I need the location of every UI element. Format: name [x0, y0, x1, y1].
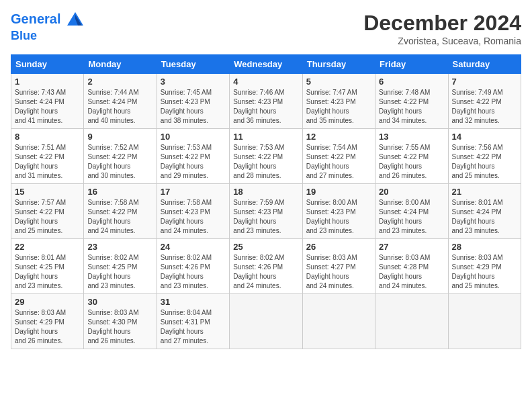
calendar-cell: 26 Sunrise: 8:03 AM Sunset: 4:27 PM Dayl…	[302, 239, 375, 294]
day-info: Sunrise: 7:55 AM Sunset: 4:22 PM Dayligh…	[379, 143, 444, 181]
day-info: Sunrise: 7:48 AM Sunset: 4:22 PM Dayligh…	[379, 88, 444, 126]
day-number: 30	[87, 297, 152, 307]
day-info: Sunrise: 8:03 AM Sunset: 4:29 PM Dayligh…	[15, 308, 80, 346]
calendar-cell: 10 Sunrise: 7:53 AM Sunset: 4:22 PM Dayl…	[157, 129, 229, 184]
calendar-cell	[375, 294, 448, 349]
calendar-cell	[448, 294, 521, 349]
day-number: 23	[87, 242, 152, 252]
day-number: 19	[306, 187, 371, 197]
calendar-cell: 18 Sunrise: 7:59 AM Sunset: 4:23 PM Dayl…	[230, 184, 302, 239]
day-number: 22	[15, 242, 80, 252]
day-number: 10	[161, 132, 226, 142]
day-info: Sunrise: 7:43 AM Sunset: 4:24 PM Dayligh…	[15, 88, 80, 126]
weekday-sunday: Sunday	[11, 55, 84, 74]
calendar-cell: 23 Sunrise: 8:02 AM Sunset: 4:25 PM Dayl…	[84, 239, 157, 294]
day-number: 29	[15, 297, 80, 307]
calendar-cell: 24 Sunrise: 8:02 AM Sunset: 4:26 PM Dayl…	[157, 239, 229, 294]
calendar-cell: 12 Sunrise: 7:54 AM Sunset: 4:22 PM Dayl…	[302, 129, 375, 184]
logo-text: General	[11, 11, 85, 30]
day-info: Sunrise: 7:57 AM Sunset: 4:22 PM Dayligh…	[15, 198, 80, 236]
day-number: 9	[87, 132, 152, 142]
calendar-table: SundayMondayTuesdayWednesdayThursdayFrid…	[11, 54, 521, 349]
day-number: 27	[379, 242, 444, 252]
calendar-cell: 21 Sunrise: 8:01 AM Sunset: 4:24 PM Dayl…	[448, 184, 521, 239]
day-number: 8	[15, 132, 80, 142]
day-number: 25	[233, 242, 298, 252]
calendar-cell: 1 Sunrise: 7:43 AM Sunset: 4:24 PM Dayli…	[11, 74, 84, 129]
day-info: Sunrise: 7:53 AM Sunset: 4:22 PM Dayligh…	[161, 143, 226, 181]
week-row-5: 29 Sunrise: 8:03 AM Sunset: 4:29 PM Dayl…	[11, 294, 521, 349]
title-area: December 2024 Zvoristea, Suceava, Romani…	[363, 11, 521, 46]
calendar-cell: 7 Sunrise: 7:49 AM Sunset: 4:22 PM Dayli…	[448, 74, 521, 129]
day-info: Sunrise: 7:56 AM Sunset: 4:22 PM Dayligh…	[452, 143, 517, 181]
calendar-cell: 29 Sunrise: 8:03 AM Sunset: 4:29 PM Dayl…	[11, 294, 84, 349]
day-number: 14	[452, 132, 517, 142]
day-info: Sunrise: 8:02 AM Sunset: 4:26 PM Dayligh…	[233, 253, 298, 291]
calendar-cell: 27 Sunrise: 8:03 AM Sunset: 4:28 PM Dayl…	[375, 239, 448, 294]
day-info: Sunrise: 7:45 AM Sunset: 4:23 PM Dayligh…	[161, 88, 226, 126]
day-number: 15	[15, 187, 80, 197]
weekday-header-row: SundayMondayTuesdayWednesdayThursdayFrid…	[11, 55, 521, 74]
day-info: Sunrise: 8:03 AM Sunset: 4:30 PM Dayligh…	[87, 308, 152, 346]
calendar-cell: 8 Sunrise: 7:51 AM Sunset: 4:22 PM Dayli…	[11, 129, 84, 184]
calendar-cell	[230, 294, 302, 349]
day-number: 12	[306, 132, 371, 142]
day-info: Sunrise: 7:59 AM Sunset: 4:23 PM Dayligh…	[233, 198, 298, 236]
calendar-cell: 19 Sunrise: 8:00 AM Sunset: 4:23 PM Dayl…	[302, 184, 375, 239]
day-info: Sunrise: 7:51 AM Sunset: 4:22 PM Dayligh…	[15, 143, 80, 181]
day-info: Sunrise: 7:58 AM Sunset: 4:22 PM Dayligh…	[87, 198, 152, 236]
day-info: Sunrise: 7:47 AM Sunset: 4:23 PM Dayligh…	[306, 88, 371, 126]
day-number: 1	[15, 77, 80, 87]
calendar-cell: 3 Sunrise: 7:45 AM Sunset: 4:23 PM Dayli…	[157, 74, 229, 129]
day-number: 16	[87, 187, 152, 197]
day-info: Sunrise: 8:01 AM Sunset: 4:25 PM Dayligh…	[15, 253, 80, 291]
day-info: Sunrise: 7:58 AM Sunset: 4:23 PM Dayligh…	[161, 198, 226, 236]
day-info: Sunrise: 8:03 AM Sunset: 4:28 PM Dayligh…	[379, 253, 444, 291]
day-info: Sunrise: 7:49 AM Sunset: 4:22 PM Dayligh…	[452, 88, 517, 126]
day-number: 21	[452, 187, 517, 197]
logo: General Blue	[11, 11, 85, 43]
day-number: 2	[87, 77, 152, 87]
day-info: Sunrise: 7:53 AM Sunset: 4:22 PM Dayligh…	[233, 143, 298, 181]
day-number: 17	[161, 187, 226, 197]
day-number: 11	[233, 132, 298, 142]
day-info: Sunrise: 8:02 AM Sunset: 4:25 PM Dayligh…	[87, 253, 152, 291]
weekday-monday: Monday	[84, 55, 157, 74]
calendar-cell: 25 Sunrise: 8:02 AM Sunset: 4:26 PM Dayl…	[230, 239, 302, 294]
day-number: 6	[379, 77, 444, 87]
day-number: 28	[452, 242, 517, 252]
day-number: 7	[452, 77, 517, 87]
calendar-cell: 30 Sunrise: 8:03 AM Sunset: 4:30 PM Dayl…	[84, 294, 157, 349]
day-info: Sunrise: 8:03 AM Sunset: 4:27 PM Dayligh…	[306, 253, 371, 291]
day-number: 31	[161, 297, 226, 307]
day-number: 18	[233, 187, 298, 197]
day-number: 26	[306, 242, 371, 252]
day-info: Sunrise: 8:02 AM Sunset: 4:26 PM Dayligh…	[161, 253, 226, 291]
day-number: 24	[161, 242, 226, 252]
location-subtitle: Zvoristea, Suceava, Romania	[363, 36, 521, 46]
day-info: Sunrise: 7:44 AM Sunset: 4:24 PM Dayligh…	[87, 88, 152, 126]
calendar-cell: 9 Sunrise: 7:52 AM Sunset: 4:22 PM Dayli…	[84, 129, 157, 184]
weekday-tuesday: Tuesday	[157, 55, 229, 74]
day-info: Sunrise: 8:00 AM Sunset: 4:23 PM Dayligh…	[306, 198, 371, 236]
day-number: 4	[233, 77, 298, 87]
weekday-thursday: Thursday	[302, 55, 375, 74]
day-info: Sunrise: 7:54 AM Sunset: 4:22 PM Dayligh…	[306, 143, 371, 181]
day-number: 3	[161, 77, 226, 87]
calendar-cell: 4 Sunrise: 7:46 AM Sunset: 4:23 PM Dayli…	[230, 74, 302, 129]
calendar-cell: 22 Sunrise: 8:01 AM Sunset: 4:25 PM Dayl…	[11, 239, 84, 294]
day-number: 20	[379, 187, 444, 197]
calendar-cell: 2 Sunrise: 7:44 AM Sunset: 4:24 PM Dayli…	[84, 74, 157, 129]
month-title: December 2024	[363, 11, 521, 36]
calendar-cell: 14 Sunrise: 7:56 AM Sunset: 4:22 PM Dayl…	[448, 129, 521, 184]
day-info: Sunrise: 7:46 AM Sunset: 4:23 PM Dayligh…	[233, 88, 298, 126]
day-info: Sunrise: 8:04 AM Sunset: 4:31 PM Dayligh…	[161, 308, 226, 346]
calendar-cell	[302, 294, 375, 349]
calendar-cell: 17 Sunrise: 7:58 AM Sunset: 4:23 PM Dayl…	[157, 184, 229, 239]
logo-line2: Blue	[11, 30, 85, 43]
day-info: Sunrise: 8:01 AM Sunset: 4:24 PM Dayligh…	[452, 198, 517, 236]
calendar-cell: 13 Sunrise: 7:55 AM Sunset: 4:22 PM Dayl…	[375, 129, 448, 184]
week-row-4: 22 Sunrise: 8:01 AM Sunset: 4:25 PM Dayl…	[11, 239, 521, 294]
calendar-cell: 15 Sunrise: 7:57 AM Sunset: 4:22 PM Dayl…	[11, 184, 84, 239]
weekday-saturday: Saturday	[448, 55, 521, 74]
